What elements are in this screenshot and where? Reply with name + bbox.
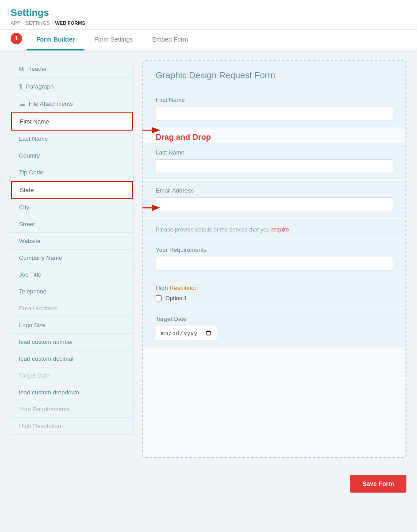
form-field-email: Email Address (143, 181, 406, 218)
header-icon: H (19, 65, 24, 73)
sidebar-item-job-title[interactable]: Job Title (11, 266, 133, 283)
requirements-input[interactable] (156, 257, 393, 270)
form-field-last-name: Last Name (143, 143, 406, 180)
option1-checkbox[interactable] (156, 295, 162, 301)
sidebar-item-first-name[interactable]: First Name (11, 112, 133, 131)
sidebar-item-header[interactable]: H Header (11, 60, 133, 78)
sidebar-item-logo-size-label: Logo Size (19, 322, 46, 328)
email-label: Email Address (156, 187, 393, 194)
breadcrumb: APP › SETTINGS › WEB FORMS (11, 20, 406, 26)
tab-form-settings[interactable]: Form Settings (84, 30, 142, 50)
sidebar-item-target-date[interactable]: Target Date (11, 367, 133, 384)
sidebar-item-email-address[interactable]: Email Address (11, 300, 133, 317)
sidebar-item-zip-code[interactable]: Zip Code (11, 164, 133, 181)
form-paragraph-block: Please provide details of the service th… (143, 219, 406, 239)
save-form-button[interactable]: Save Form (350, 475, 406, 493)
sidebar-item-high-resolution-label: High Resolution (19, 423, 61, 429)
checkbox-field-label: High Resolution (156, 285, 393, 291)
sidebar-item-lead-custom-decimal[interactable]: lead custom decimal (11, 351, 133, 367)
tab-form-builder[interactable]: Form Builder (27, 30, 84, 50)
form-date-block: Target Date (143, 309, 406, 347)
save-btn-row: Save Form (0, 467, 417, 497)
tab-embed-form[interactable]: Embed Form (142, 30, 198, 50)
form-title-block: Graphic Design Request Form (143, 61, 406, 90)
page-wrapper: Settings APP › SETTINGS › WEB FORMS 1 Fo… (0, 0, 417, 532)
sidebar-item-logo-size[interactable]: Logo Size (11, 317, 133, 334)
sidebar-item-zip-code-label: Zip Code (19, 169, 43, 176)
breadcrumb-current: WEB FORMS (55, 20, 85, 26)
sidebar-item-website-label: Website (19, 238, 41, 244)
sidebar-item-company-name-label: Company Name (19, 254, 62, 261)
sidebar-item-telephone[interactable]: Telephone (11, 283, 133, 300)
first-name-label: First Name (156, 96, 393, 103)
checkbox-label-text-resolution: Resolution (170, 285, 198, 291)
target-date-label: Target Date (156, 316, 393, 322)
sidebar-item-header-label: Header (27, 66, 47, 72)
sidebar-item-lead-custom-decimal-label: lead custom decimal (19, 355, 73, 362)
breadcrumb-sep1: › (22, 20, 24, 26)
sidebar-item-paragraph-label: Paragraph (26, 83, 54, 90)
paragraph-highlight: require (272, 226, 289, 233)
sidebar-item-high-resolution[interactable]: High Resolution (11, 418, 133, 435)
last-name-input[interactable] (156, 159, 393, 173)
sidebar-item-target-date-label: Target Date (19, 372, 50, 379)
file-attach-icon: ☁ (19, 100, 25, 107)
breadcrumb-settings: SETTINGS (26, 20, 50, 26)
checkbox-row: Option 1 (156, 295, 393, 301)
form-preview: Graphic Design Request Form First Name D… (142, 60, 406, 458)
form-preview-wrapper: Graphic Design Request Form First Name D… (142, 60, 406, 458)
form-field-requirements: Your Requirements (143, 240, 406, 278)
sidebar-item-lead-custom-dropdown-label: lead custom dropdown (19, 389, 79, 396)
sidebar-item-lead-custom-dropdown[interactable]: lead custom dropdown (11, 384, 133, 401)
form-checkbox-block: High Resolution Option 1 (143, 278, 406, 308)
sidebar-item-first-name-label: First Name (20, 118, 49, 125)
first-name-input[interactable] (156, 107, 393, 120)
last-name-label: Last Name (156, 149, 393, 156)
page-title: Settings (11, 7, 406, 19)
sidebar-item-country-label: Country (19, 152, 40, 159)
requirements-label: Your Requirements (156, 247, 393, 253)
sidebar-item-job-title-label: Job Title (19, 271, 41, 278)
sidebar-item-paragraph[interactable]: ¶ Paragraph (11, 78, 133, 95)
drag-drop-label: Drag and Drop (143, 128, 406, 143)
tabs-row: 1 Form Builder Form Settings Embed Form (11, 30, 406, 50)
sidebar-item-country[interactable]: Country (11, 147, 133, 164)
sidebar-item-telephone-label: Telephone (19, 288, 46, 295)
sidebar-item-last-name-label: Last Name (19, 135, 48, 142)
step-badge: 1 (11, 33, 22, 44)
sidebar-item-state[interactable]: State (11, 181, 133, 199)
sidebar-item-company-name[interactable]: Company Name (11, 250, 133, 266)
main-content: H Header ¶ Paragraph ☁ File Attachments … (0, 51, 417, 467)
sidebar-item-street[interactable]: Street (11, 216, 133, 233)
tabs-area: 1 Form Builder Form Settings Embed Form (0, 30, 417, 51)
breadcrumb-app: APP (11, 20, 20, 26)
sidebar-item-your-requirements-label: Your Requirements (19, 406, 70, 412)
form-title: Graphic Design Request Form (156, 70, 275, 80)
option1-label: Option 1 (165, 295, 187, 301)
form-field-first-name: First Name (143, 90, 406, 127)
sidebar-item-city[interactable]: City (11, 199, 133, 216)
sidebar-item-website[interactable]: Website (11, 233, 133, 250)
sidebar-item-file-attachments-label: File Attachments (29, 100, 73, 107)
email-input[interactable] (156, 197, 393, 211)
page-header: Settings APP › SETTINGS › WEB FORMS (0, 0, 417, 30)
sidebar: H Header ¶ Paragraph ☁ File Attachments … (11, 60, 134, 435)
sidebar-item-your-requirements[interactable]: Your Requirements (11, 401, 133, 418)
breadcrumb-sep2: › (52, 20, 54, 26)
sidebar-item-city-label: City (19, 204, 29, 211)
checkbox-label-text-high: High (156, 285, 170, 291)
paragraph-text: Please provide details of the service th… (156, 226, 289, 233)
target-date-input[interactable] (156, 326, 217, 340)
paragraph-icon: ¶ (19, 83, 23, 90)
sidebar-item-lead-custom-number-label: lead custom number (19, 339, 73, 345)
sidebar-item-last-name[interactable]: Last Name (11, 131, 133, 147)
sidebar-item-file-attachments[interactable]: ☁ File Attachments (11, 95, 133, 112)
sidebar-item-email-address-label: Email Address (19, 305, 57, 312)
sidebar-item-street-label: Street (19, 221, 35, 227)
sidebar-item-lead-custom-number[interactable]: lead custom number (11, 334, 133, 351)
sidebar-item-state-label: State (20, 187, 34, 193)
